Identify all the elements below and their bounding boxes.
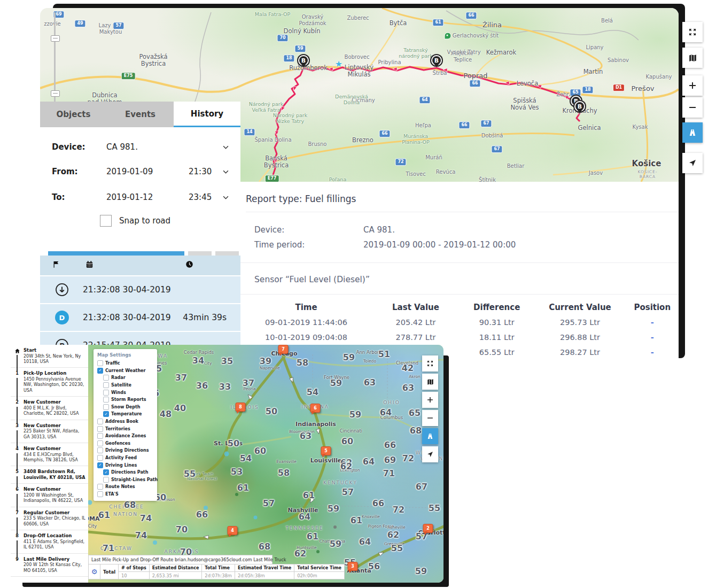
stop-marker-3[interactable]: 3 [348, 562, 358, 571]
to-time-value[interactable]: 23:45 [189, 192, 212, 202]
route-endpoint-marker-b[interactable]: B [573, 100, 586, 113]
setting-driving-lines[interactable]: ✓Driving Lines [97, 461, 154, 469]
stop-item[interactable]: 6New Customer1200 W Washington St, India… [11, 484, 88, 507]
checkbox-icon[interactable] [97, 447, 103, 453]
setting-satellite[interactable]: Satellite [97, 382, 154, 389]
route-endpoint-marker-b[interactable]: B [297, 54, 310, 67]
setting-traffic[interactable]: Traffic [97, 360, 154, 367]
setting-driving-directions[interactable]: Driving Directions [97, 447, 154, 454]
checkbox-icon[interactable] [97, 491, 103, 497]
map-type-button[interactable] [422, 374, 438, 390]
setting-label: Address Book [105, 419, 138, 424]
zoom-in-button[interactable] [682, 75, 703, 96]
settings-gear-icon[interactable]: ⚙ [89, 564, 100, 579]
setting-straight-lines-path[interactable]: Straight-Lines Path [97, 476, 154, 484]
zoom-in-button[interactable] [422, 392, 438, 408]
stop-address: Louisville, KY 40218, USA [24, 475, 86, 481]
checkbox-icon[interactable] [103, 404, 109, 410]
checkbox-checked-icon[interactable]: ✓ [103, 411, 109, 417]
chevron-down-icon[interactable] [222, 143, 230, 151]
checkbox-icon[interactable] [103, 397, 109, 403]
us-weather-map[interactable]: IOWADes MoinesCedar RapidsCityPeoriaNape… [88, 345, 443, 583]
summary-column: Estimated Travel Time2d:05h:38m [235, 564, 294, 579]
checkbox-icon[interactable] [97, 360, 103, 366]
locate-button[interactable] [682, 153, 703, 173]
history-row[interactable]: 21:32:08 30-04-2019 [40, 276, 240, 303]
from-date-value[interactable]: 2019-01-09 [106, 167, 153, 176]
map-zoom-slider[interactable] [51, 12, 59, 103]
from-time-value[interactable]: 21:30 [189, 167, 212, 176]
zoom-out-button[interactable] [422, 410, 438, 426]
tab-objects[interactable]: Objects [40, 102, 107, 127]
stop-marker-5[interactable]: 5 [321, 446, 331, 455]
checkbox-icon[interactable] [97, 484, 103, 490]
sensor-column-header: Position [626, 303, 679, 312]
setting-route-notes[interactable]: Route Notes [97, 483, 154, 491]
checkbox-checked-icon[interactable]: ✓ [103, 469, 109, 475]
stop-number: 1 [14, 371, 20, 376]
summary-header: Estimated Travel Time [235, 564, 294, 572]
setting-eta-s[interactable]: ETA'S [97, 491, 154, 498]
route-endpoint-marker-b[interactable]: B [430, 54, 443, 67]
chevron-down-icon[interactable] [222, 194, 230, 202]
snap-to-road-checkbox[interactable] [100, 215, 112, 227]
tab-events[interactable]: Events [107, 102, 174, 127]
setting-territories[interactable]: Territories [97, 425, 154, 432]
device-value[interactable]: CA 981. [106, 142, 138, 152]
stop-marker-4[interactable]: 4 [228, 526, 238, 535]
setting-winds[interactable]: Winds [97, 389, 154, 396]
slider-handle[interactable] [51, 35, 60, 42]
setting-geofences[interactable]: Geofences [97, 440, 154, 447]
setting-activity-feed[interactable]: Activity Feed [97, 454, 154, 462]
setting-current-weather[interactable]: ✓Current Weather [97, 367, 154, 375]
fullscreen-button[interactable] [682, 22, 703, 42]
checkbox-icon[interactable] [97, 426, 103, 432]
stop-marker-7[interactable]: 7 [278, 345, 289, 354]
sensor-cell[interactable]: - [626, 333, 679, 342]
setting-radar[interactable]: Radar [97, 374, 154, 382]
stop-item[interactable]: 53408 Bardstown Rd,Louisville, KY 40218,… [11, 466, 88, 484]
setting-storm-reports[interactable]: Storm Reports [97, 396, 154, 404]
to-date-value[interactable]: 2019-01-12 [106, 192, 153, 202]
checkbox-checked-icon[interactable]: ✓ [97, 462, 103, 468]
route-match-button[interactable] [422, 428, 438, 444]
checkbox-icon[interactable] [97, 419, 103, 424]
stop-item[interactable]: 3New Customer225 Baker St NW, Atlanta, G… [11, 420, 88, 443]
stop-marker-6[interactable]: 6 [310, 404, 321, 413]
checkbox-checked-icon[interactable]: ✓ [97, 368, 103, 374]
zoom-out-button[interactable] [682, 97, 703, 118]
checkbox-icon[interactable] [103, 390, 109, 396]
setting-avoidance-zones[interactable]: Avoidance Zones [97, 432, 154, 440]
checkbox-icon[interactable] [97, 455, 103, 461]
locate-button[interactable] [422, 446, 438, 462]
checkbox-icon[interactable] [103, 382, 109, 388]
tab-history[interactable]: History [174, 102, 240, 127]
stop-item[interactable]: 7Regular Customer233 S Wacker Dr, Chicag… [11, 507, 88, 530]
setting-temperature[interactable]: ✓Temperature [97, 411, 154, 418]
history-events-table: 21:32:08 30-04-2019D21:32:08 30-04-20194… [40, 256, 240, 359]
stop-item[interactable]: 1Pick-Up Location1450 Pennsylvania Avenu… [11, 368, 88, 397]
stop-item[interactable]: 8Drop-Off Locaation411 E Adams St, Sprin… [11, 530, 88, 553]
stop-item[interactable]: 2New Customer400 E M.L.K. Jr Blvd, Charl… [11, 397, 88, 420]
setting-directions-path[interactable]: ✓Directions Path [97, 469, 154, 476]
sensor-cell[interactable]: - [626, 318, 679, 327]
stop-item[interactable]: Start20W 34th St, New York, Ny 10118, US… [11, 345, 88, 368]
checkbox-icon[interactable] [97, 440, 103, 446]
map-type-button[interactable] [682, 48, 703, 68]
checkbox-icon[interactable] [103, 477, 109, 483]
checkbox-icon[interactable] [97, 433, 103, 439]
sensor-cell[interactable]: - [626, 348, 679, 357]
stop-item[interactable]: 9Last Mile Delivery200 W 12th St Kansas … [11, 554, 88, 577]
route-match-button[interactable] [682, 122, 703, 143]
slider-handle[interactable] [51, 90, 60, 97]
history-row[interactable]: D21:32:08 30-04-201943min 39s [40, 304, 240, 331]
stop-marker-8[interactable]: 8 [236, 403, 246, 412]
stop-marker-2[interactable]: 2 [423, 524, 433, 533]
setting-address-book[interactable]: Address Book [97, 418, 154, 425]
checkbox-icon[interactable] [103, 375, 109, 381]
stop-title: Drop-Off Locaation [24, 533, 86, 539]
stop-item[interactable]: 4New Customer434 E E.H3Crump Blvd, Memph… [11, 443, 88, 466]
setting-snow-depth[interactable]: Snow Depth [97, 404, 154, 411]
fullscreen-button[interactable] [422, 355, 438, 372]
chevron-down-icon[interactable] [222, 168, 230, 176]
